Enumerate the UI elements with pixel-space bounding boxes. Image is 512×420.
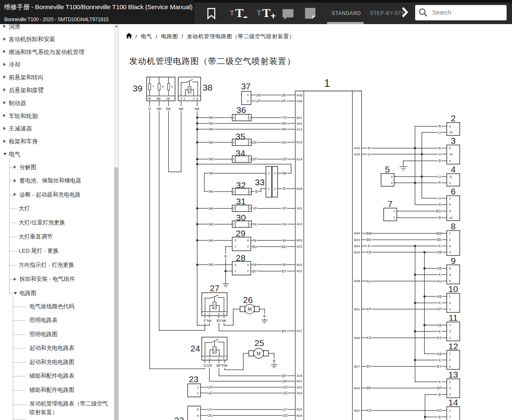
svg-text:6: 6 — [451, 187, 456, 196]
svg-text:1: 1 — [184, 97, 185, 101]
svg-text:BY: BY — [252, 269, 257, 273]
svg-text:B03: B03 — [297, 238, 303, 242]
svg-text:4: 4 — [391, 175, 393, 179]
svg-text:UG: UG — [207, 391, 213, 395]
svg-text:11: 11 — [449, 175, 453, 179]
svg-text:2: 2 — [247, 245, 249, 248]
svg-text:NK: NK — [209, 206, 214, 211]
svg-text:GR: GR — [207, 364, 212, 368]
svg-text:B23: B23 — [354, 238, 360, 242]
svg-text:R: R — [438, 124, 441, 128]
svg-text:M: M — [257, 351, 261, 356]
svg-text:2: 2 — [233, 206, 234, 210]
svg-text:BK: BK — [437, 238, 442, 242]
svg-text:35: 35 — [236, 132, 245, 141]
svg-text:24: 24 — [190, 344, 200, 353]
svg-text:9: 9 — [451, 256, 456, 265]
svg-text:A36: A36 — [297, 99, 303, 103]
svg-text:6: 6 — [197, 408, 199, 411]
svg-text:W: W — [253, 263, 256, 267]
svg-text:BY: BY — [217, 319, 222, 323]
svg-text:K: K — [368, 244, 370, 248]
svg-text:2: 2 — [193, 97, 194, 101]
svg-text:BU: BU — [282, 245, 287, 249]
svg-text:2: 2 — [449, 393, 451, 396]
svg-text:14: 14 — [449, 152, 453, 156]
svg-text:NK: NK — [207, 319, 212, 323]
svg-text:B26: B26 — [297, 414, 303, 418]
svg-text:2: 2 — [197, 391, 199, 395]
svg-text:B: B — [438, 415, 441, 419]
svg-text:A10: A10 — [297, 222, 303, 226]
svg-text:UG: UG — [207, 413, 213, 418]
svg-text:B: B — [438, 216, 441, 220]
svg-text:B: B — [224, 254, 227, 258]
svg-text:W: W — [283, 238, 286, 243]
svg-text:26: 26 — [243, 295, 253, 305]
svg-text:1: 1 — [449, 196, 451, 200]
svg-text:3: 3 — [449, 329, 451, 333]
svg-text:1: 1 — [449, 380, 451, 384]
svg-text:7: 7 — [153, 85, 154, 88]
svg-text:28: 28 — [236, 253, 245, 263]
svg-text:B20: B20 — [297, 408, 303, 411]
svg-text:10: 10 — [449, 216, 453, 220]
svg-text:UO: UO — [283, 385, 288, 389]
svg-text:1: 1 — [234, 245, 236, 248]
svg-text:K: K — [438, 244, 441, 248]
svg-text:3: 3 — [449, 301, 451, 305]
svg-text:8: 8 — [451, 221, 456, 231]
svg-text:1: 1 — [249, 190, 251, 194]
svg-text:NK: NK — [222, 319, 226, 323]
svg-text:A02: A02 — [297, 386, 303, 389]
svg-text:2: 2 — [449, 307, 451, 311]
svg-text:B: B — [438, 393, 441, 397]
svg-text:KS: KS — [367, 336, 372, 340]
svg-text:R: R — [438, 181, 441, 185]
svg-text:W: W — [253, 238, 256, 243]
svg-text:2: 2 — [268, 172, 270, 175]
svg-text:PW: PW — [222, 364, 228, 368]
svg-text:YO: YO — [282, 115, 287, 120]
svg-text:A21: A21 — [297, 269, 303, 273]
svg-text:3: 3 — [234, 238, 236, 242]
svg-text:R: R — [438, 146, 441, 150]
svg-text:B15: B15 — [297, 140, 303, 144]
svg-text:B: B — [255, 189, 258, 194]
svg-text:10: 10 — [448, 284, 458, 294]
svg-text:14: 14 — [448, 398, 458, 407]
svg-text:UP: UP — [281, 99, 286, 103]
svg-text:25: 25 — [254, 338, 264, 348]
svg-text:4: 4 — [449, 365, 451, 368]
svg-text:2: 2 — [449, 238, 451, 242]
svg-text:B42: B42 — [354, 409, 360, 413]
svg-text:4: 4 — [449, 244, 451, 248]
svg-text:KU: KU — [367, 279, 372, 283]
svg-text:5: 5 — [449, 279, 451, 283]
svg-text:U: U — [438, 174, 441, 179]
svg-text:U: U — [438, 130, 441, 135]
svg-text:BY: BY — [437, 364, 442, 368]
svg-text:B: B — [273, 359, 276, 363]
svg-text:2: 2 — [451, 113, 456, 123]
svg-text:NK: NK — [282, 127, 287, 131]
svg-text:NK: NK — [209, 263, 214, 267]
svg-text:4: 4 — [162, 85, 164, 88]
svg-text:UY: UY — [283, 408, 288, 412]
svg-text:UG: UG — [283, 391, 288, 395]
svg-text:1: 1 — [197, 386, 199, 389]
svg-text:1: 1 — [449, 231, 451, 235]
svg-text:BR: BR — [367, 386, 372, 390]
svg-text:B43: B43 — [354, 386, 360, 390]
svg-text:B: B — [283, 187, 286, 191]
svg-text:B14: B14 — [297, 157, 303, 161]
svg-text:1: 1 — [209, 312, 210, 316]
svg-text:BR: BR — [437, 386, 442, 390]
svg-text:K: K — [438, 380, 441, 384]
svg-text:1: 1 — [209, 356, 210, 360]
svg-text:B27: B27 — [354, 365, 360, 368]
svg-text:YK: YK — [282, 222, 287, 226]
svg-text:A34: A34 — [354, 152, 360, 156]
svg-text:UO: UO — [207, 385, 213, 389]
svg-text:A33: A33 — [354, 146, 360, 150]
